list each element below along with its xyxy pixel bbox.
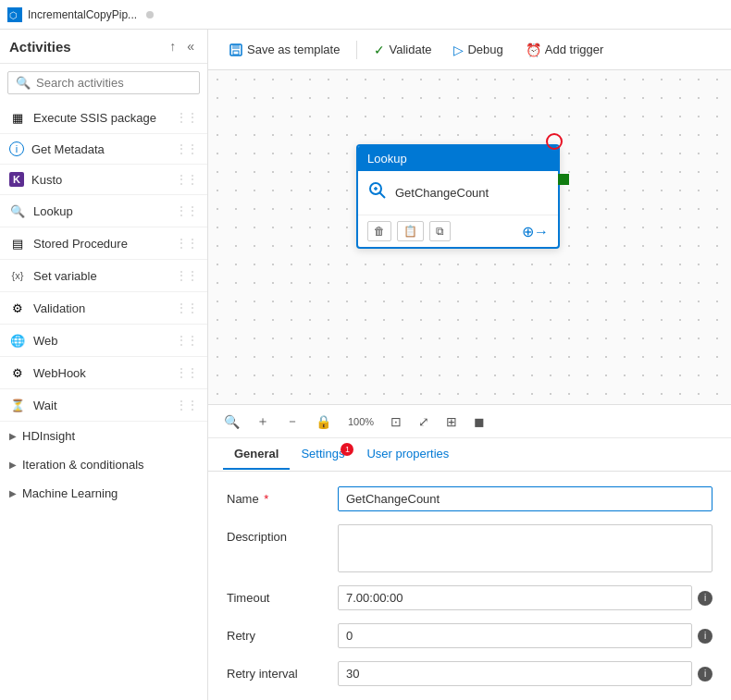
timeout-input-group: i <box>338 585 712 610</box>
activity-item-stored-procedure[interactable]: ▤ Stored Procedure ⋮⋮ <box>0 227 207 260</box>
save-template-label: Save as template <box>247 43 340 56</box>
activity-item-wait[interactable]: ⏳ Wait ⋮⋮ <box>0 389 207 422</box>
save-as-template-button[interactable]: Save as template <box>219 38 349 61</box>
bottom-panel: 🔍 ＋ － 🔒 100% ⊡ ⤢ ⊞ ◼ General Settings 1 <box>208 404 731 700</box>
grid-btn[interactable]: ⊞ <box>441 412 462 431</box>
search-input[interactable] <box>36 76 192 90</box>
description-label: Description <box>227 524 338 544</box>
retry-input[interactable] <box>338 623 692 648</box>
svg-rect-3 <box>232 44 240 49</box>
lookup-label: Lookup <box>33 204 73 218</box>
expand-btn[interactable]: ⤢ <box>414 412 434 431</box>
trigger-icon: ⏰ <box>526 43 541 57</box>
category-hdinsight-label: HDInsight <box>22 429 75 443</box>
svg-line-6 <box>379 192 385 198</box>
retry-interval-input-group: i <box>338 661 712 686</box>
activities-sidebar: Activities ↑ « 🔍 ▦ Execute SSIS package … <box>0 30 208 700</box>
validate-button[interactable]: ✓ Validate <box>365 39 440 61</box>
timeout-label: Timeout <box>227 585 338 605</box>
retry-interval-input[interactable] <box>338 661 692 686</box>
category-iteration[interactable]: ▶ Iteration & conditionals <box>0 450 207 479</box>
activity-list: ▦ Execute SSIS package ⋮⋮ i Get Metadata… <box>0 102 207 700</box>
name-row: Name * <box>227 486 712 511</box>
activity-item-set-variable[interactable]: {x} Set variable ⋮⋮ <box>0 260 207 292</box>
retry-interval-row: Retry interval i <box>227 661 712 686</box>
tab-settings[interactable]: Settings 1 <box>290 439 355 470</box>
debug-button[interactable]: ▷ Debug <box>444 39 512 61</box>
add-trigger-button[interactable]: ⏰ Add trigger <box>516 39 613 61</box>
chevron-right-icon: ▶ <box>9 488 17 498</box>
pipeline-canvas[interactable]: Lookup GetChangeCount 🗑 📋 <box>208 70 731 404</box>
activity-item-kusto[interactable]: K Kusto ⋮⋮ <box>0 165 207 195</box>
activity-item-validation[interactable]: ⚙ Validation ⋮⋮ <box>0 292 207 325</box>
settings-badge: 1 <box>341 443 353 456</box>
activity-item-webhook[interactable]: ⚙ WebHook ⋮⋮ <box>0 357 207 389</box>
node-copy-btn[interactable]: ⧉ <box>429 221 451 241</box>
chevron-right-icon: ▶ <box>9 460 17 470</box>
tab-general[interactable]: General <box>223 439 290 470</box>
validate-icon: ✓ <box>374 43 385 57</box>
tab-general-label: General <box>234 447 279 461</box>
tab-user-properties[interactable]: User properties <box>355 439 460 470</box>
drag-handle: ⋮⋮ <box>176 111 198 124</box>
node-activity-name: GetChangeCount <box>395 186 489 200</box>
stored-procedure-icon: ▤ <box>9 235 26 252</box>
sidebar-minimize-btn[interactable]: ↑ <box>166 37 180 55</box>
drag-handle: ⋮⋮ <box>176 366 198 379</box>
drag-handle: ⋮⋮ <box>176 204 198 217</box>
lock-btn[interactable]: 🔒 <box>311 412 336 431</box>
node-success-indicator <box>558 174 569 185</box>
tab-settings-label: Settings <box>301 447 344 461</box>
save-template-icon <box>229 42 243 57</box>
set-variable-label: Set variable <box>33 269 97 283</box>
category-hdinsight[interactable]: ▶ HDInsight <box>0 422 207 450</box>
toolbar: Save as template ✓ Validate ▷ Debug ⏰ Ad… <box>208 30 731 70</box>
search-icon: 🔍 <box>16 76 31 90</box>
mini-toolbar: 🔍 ＋ － 🔒 100% ⊡ ⤢ ⊞ ◼ <box>208 405 731 438</box>
required-star: * <box>261 492 269 506</box>
activity-item-web[interactable]: 🌐 Web ⋮⋮ <box>0 325 207 357</box>
zoom-search-btn[interactable]: 🔍 <box>219 412 244 431</box>
activity-item-lookup[interactable]: 🔍 Lookup ⋮⋮ <box>0 195 207 227</box>
retry-info-icon[interactable]: i <box>698 629 712 644</box>
sidebar-controls: ↑ « <box>166 37 198 55</box>
category-machine-learning[interactable]: ▶ Machine Learning <box>0 479 207 508</box>
validate-label: Validate <box>389 43 431 56</box>
drag-handle: ⋮⋮ <box>176 301 198 314</box>
node-connect-btn[interactable]: ⊕→ <box>522 223 549 240</box>
activity-item-execute-ssis[interactable]: ▦ Execute SSIS package ⋮⋮ <box>0 102 207 134</box>
sidebar-collapse-btn[interactable]: « <box>183 37 198 55</box>
canvas-area: Save as template ✓ Validate ▷ Debug ⏰ Ad… <box>208 30 731 700</box>
svg-rect-4 <box>233 51 239 55</box>
zoom-percent-btn[interactable]: 100% <box>343 414 378 429</box>
webhook-icon: ⚙ <box>9 364 26 381</box>
timeout-info-icon[interactable]: i <box>698 591 712 606</box>
activity-item-get-metadata[interactable]: i Get Metadata ⋮⋮ <box>0 134 207 165</box>
fit-btn[interactable]: ⊡ <box>386 412 406 431</box>
node-delete-btn[interactable]: 🗑 <box>367 221 391 241</box>
add-btn[interactable]: ＋ <box>252 411 274 432</box>
theme-btn[interactable]: ◼ <box>469 412 489 431</box>
retry-interval-info-icon[interactable]: i <box>698 667 712 682</box>
node-actions: 🗑 📋 ⧉ ⊕→ <box>358 215 558 247</box>
execute-ssis-label: Execute SSIS package <box>33 111 156 125</box>
debug-label: Debug <box>467 43 502 56</box>
node-error-indicator <box>546 133 563 150</box>
description-input[interactable] <box>338 524 712 572</box>
node-lookup-icon <box>367 180 388 205</box>
stored-procedure-label: Stored Procedure <box>33 237 128 251</box>
subtract-btn[interactable]: － <box>281 411 304 432</box>
wait-icon: ⏳ <box>9 397 26 413</box>
timeout-row: Timeout i <box>227 585 712 610</box>
node-info-btn[interactable]: 📋 <box>397 221 424 241</box>
timeout-input[interactable] <box>338 585 692 610</box>
kusto-label: Kusto <box>31 173 62 187</box>
webhook-label: WebHook <box>33 366 86 380</box>
get-metadata-label: Get Metadata <box>31 142 105 156</box>
name-input[interactable] <box>338 486 712 511</box>
lookup-icon: 🔍 <box>9 203 26 219</box>
retry-row: Retry i <box>227 623 712 648</box>
lookup-node[interactable]: Lookup GetChangeCount 🗑 📋 <box>356 144 560 249</box>
app-icon: ⬡ <box>7 7 22 22</box>
toolbar-separator <box>356 41 357 59</box>
